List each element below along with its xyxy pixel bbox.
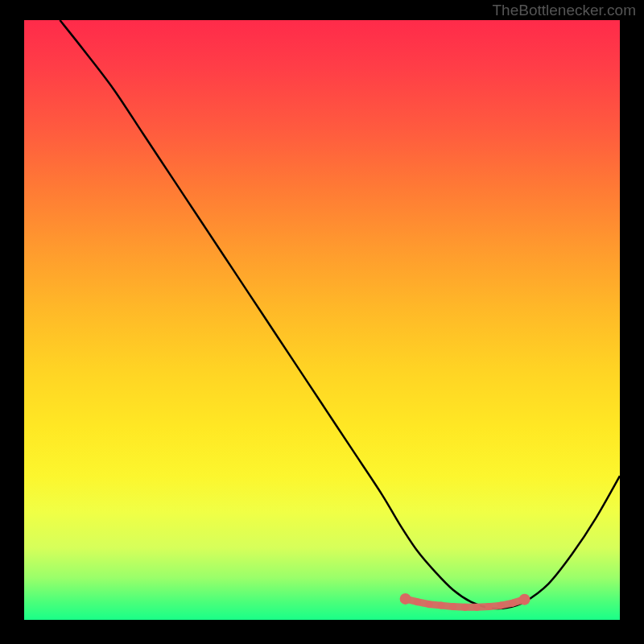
svg-point-10 bbox=[519, 594, 530, 605]
watermark-text: TheBottlenecker.com bbox=[493, 2, 636, 19]
plot-area bbox=[24, 20, 620, 620]
chart-svg bbox=[24, 20, 620, 620]
curve-line bbox=[60, 20, 620, 609]
svg-point-4 bbox=[449, 603, 456, 610]
svg-point-6 bbox=[473, 604, 481, 611]
svg-point-8 bbox=[497, 602, 505, 609]
svg-point-9 bbox=[509, 600, 516, 607]
chart-container: TheBottlenecker.com bbox=[0, 0, 644, 644]
curve-markers bbox=[400, 593, 530, 611]
svg-point-5 bbox=[461, 604, 469, 611]
svg-point-1 bbox=[414, 598, 421, 605]
svg-point-7 bbox=[485, 603, 493, 610]
svg-point-3 bbox=[438, 602, 445, 609]
svg-point-2 bbox=[426, 601, 433, 608]
svg-point-0 bbox=[400, 593, 411, 605]
